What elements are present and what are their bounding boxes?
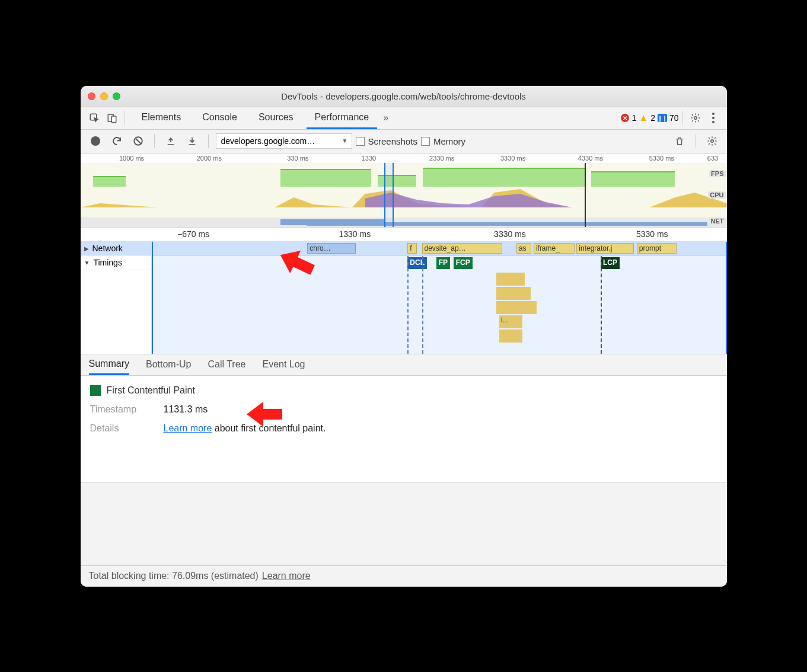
timestamp-value: 1131.3 ms — [164, 404, 208, 415]
timing-fcp[interactable]: FCP — [454, 257, 473, 269]
long-task[interactable] — [496, 301, 537, 314]
settings-icon[interactable] — [687, 109, 704, 127]
network-track-label: Network — [92, 244, 123, 253]
divider — [696, 134, 696, 148]
network-request[interactable]: prompt — [637, 243, 677, 254]
tab-bottom-up[interactable]: Bottom-Up — [146, 355, 191, 374]
load-profile-icon[interactable] — [162, 132, 180, 150]
timing-fp[interactable]: FP — [436, 257, 450, 269]
divider — [208, 134, 209, 148]
ruler-tick: 1000 ms — [119, 155, 144, 162]
fps-lane: FPS — [81, 163, 727, 187]
tab-elements[interactable]: Elements — [133, 107, 190, 129]
track-body[interactable]: chro… f devsite_ap… as iframe_ integrato… — [152, 242, 727, 354]
collect-garbage-icon[interactable] — [671, 132, 688, 150]
network-request[interactable]: iframe_ — [534, 243, 575, 254]
screenshots-checkbox[interactable]: Screenshots — [356, 136, 417, 146]
ruler-tick: −670 ms — [177, 229, 209, 239]
divider — [125, 111, 125, 125]
footer-bar: Total blocking time: 76.09ms (estimated)… — [81, 565, 727, 587]
net-lane: NET — [81, 217, 727, 227]
ruler-tick: 633 — [707, 155, 718, 162]
svg-point-6 — [712, 121, 715, 123]
recording-select[interactable]: developers.google.com… — [216, 133, 352, 149]
overview-panel[interactable]: 1000 ms 2000 ms 330 ms 1330 2330 ms 3330… — [81, 153, 727, 228]
network-track-header[interactable]: ▶ Network — [81, 242, 151, 256]
save-profile-icon[interactable] — [183, 132, 201, 150]
window-title: DevTools - developers.google.com/web/too… — [81, 91, 727, 101]
ruler-tick: 2000 ms — [197, 155, 222, 162]
tab-summary[interactable]: Summary — [89, 354, 129, 375]
ruler-tick: 4330 ms — [578, 155, 603, 162]
message-icon: ❙❙ — [658, 114, 667, 122]
footer-learn-more-link[interactable]: Learn more — [262, 571, 311, 581]
memory-checkbox[interactable]: Memory — [421, 136, 465, 146]
svg-point-5 — [712, 117, 715, 119]
network-request[interactable]: f — [407, 243, 416, 254]
ruler-tick: 3330 ms — [500, 155, 525, 162]
event-title: First Contentful Paint — [107, 385, 195, 396]
event-color-swatch — [90, 385, 101, 396]
ruler-tick: 5330 ms — [636, 229, 668, 239]
tracks-ruler[interactable]: −670 ms 1330 ms 3330 ms 5330 ms — [81, 228, 727, 242]
ruler-tick: 3330 ms — [494, 229, 526, 239]
tab-call-tree[interactable]: Call Tree — [208, 355, 245, 374]
long-task[interactable] — [496, 287, 531, 300]
devtools-window: DevTools - developers.google.com/web/too… — [81, 86, 727, 587]
console-status[interactable]: ✕ 1 ▲ 2 ❙❙ 70 — [621, 113, 678, 123]
ruler-tick: 1330 ms — [339, 229, 371, 239]
detail-tabs: Summary Bottom-Up Call Tree Event Log — [81, 354, 727, 376]
svg-rect-2 — [111, 116, 116, 123]
marker-line — [407, 256, 409, 354]
long-task[interactable] — [499, 329, 522, 343]
tab-event-log[interactable]: Event Log — [262, 355, 305, 374]
marker-line — [422, 256, 423, 354]
svg-point-4 — [712, 113, 715, 115]
long-task[interactable]: l… — [499, 315, 522, 328]
tab-performance[interactable]: Performance — [307, 107, 378, 129]
summary-panel: First Contentful Paint Timestamp 1131.3 … — [81, 376, 727, 482]
divider — [154, 134, 155, 148]
device-toolbar-icon[interactable] — [103, 109, 121, 127]
network-request[interactable]: integrator.j — [576, 243, 634, 254]
network-request[interactable]: chro… — [307, 243, 356, 254]
divider — [682, 111, 683, 125]
selection-range[interactable] — [384, 163, 394, 227]
inspect-element-icon[interactable] — [85, 109, 103, 127]
record-button[interactable] — [87, 132, 104, 150]
ruler-tick: 5330 ms — [649, 155, 674, 162]
timings-track-header[interactable]: ▼ Timings — [81, 256, 151, 270]
long-task[interactable] — [496, 273, 525, 286]
timing-lcp[interactable]: LCP — [601, 257, 620, 269]
capture-settings-icon[interactable] — [703, 132, 721, 150]
warning-count: 2 — [650, 113, 655, 123]
network-request[interactable]: devsite_ap… — [422, 243, 502, 254]
error-count: 1 — [631, 113, 636, 123]
marker-line — [601, 256, 602, 354]
tab-sources[interactable]: Sources — [250, 107, 302, 129]
learn-more-link[interactable]: Learn more — [164, 423, 212, 433]
message-count: 70 — [669, 113, 679, 123]
svg-point-3 — [694, 117, 697, 120]
network-request[interactable]: as — [516, 243, 531, 254]
chevron-down-icon: ▼ — [84, 260, 90, 266]
warning-icon: ▲ — [639, 113, 648, 123]
time-marker — [585, 163, 586, 227]
memory-label: Memory — [433, 136, 465, 146]
ruler-tick: 2330 ms — [429, 155, 454, 162]
reload-record-button[interactable] — [108, 132, 126, 150]
overview-body[interactable]: FPS CPU NET — [81, 163, 727, 227]
fps-label: FPS — [709, 170, 725, 177]
tab-console[interactable]: Console — [194, 107, 245, 129]
ruler-tick: 330 ms — [287, 155, 308, 162]
checkbox-icon — [356, 137, 365, 146]
more-tabs-button[interactable]: » — [377, 113, 394, 123]
empty-area — [81, 482, 727, 565]
timings-track: DCL FP FCP LCP l… — [153, 256, 726, 354]
cpu-label: CPU — [708, 191, 725, 199]
timing-dcl[interactable]: DCL — [407, 257, 427, 269]
clear-button[interactable] — [129, 132, 147, 150]
details-label: Details — [90, 423, 149, 434]
more-menu-icon[interactable] — [704, 109, 722, 127]
performance-toolbar: developers.google.com… Screenshots Memor… — [81, 130, 727, 153]
